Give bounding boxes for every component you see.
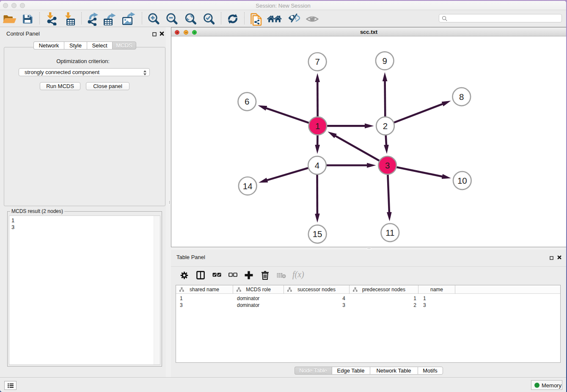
svg-text:2: 2 [383,121,388,131]
svg-text:6: 6 [245,97,249,106]
svg-text:8: 8 [459,92,464,102]
svg-text:11: 11 [385,228,394,237]
svg-text:14: 14 [243,181,253,191]
svg-text:10: 10 [457,176,467,185]
svg-text:4: 4 [315,160,319,170]
svg-text:9: 9 [382,56,387,66]
svg-text:1: 1 [315,121,320,131]
svg-text:3: 3 [385,160,390,170]
svg-text:15: 15 [313,229,322,239]
svg-text:7: 7 [315,57,319,66]
